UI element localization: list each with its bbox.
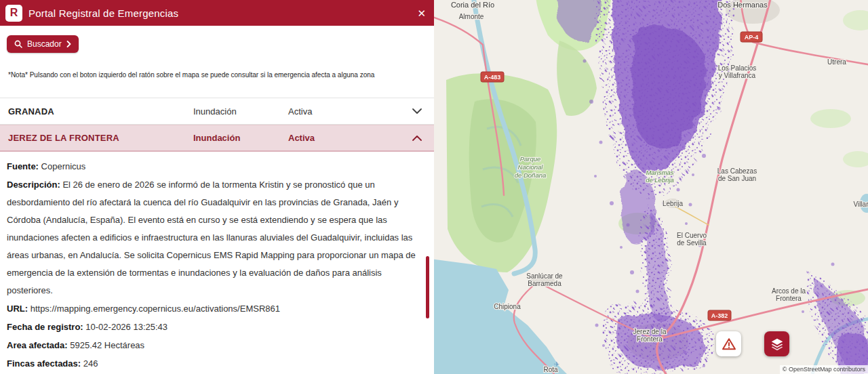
emergency-details: Fuente: Copernicus Descripción: El 26 de…: [0, 152, 434, 373]
warning-triangle-icon: [722, 337, 736, 351]
layers-icon: [770, 337, 785, 352]
emergency-list: GRANADA Inundación Activa JEREZ DE LA FR…: [0, 98, 434, 152]
detail-fincas: Fincas afectadas: 246: [7, 355, 425, 373]
road-shield-a483: A-483: [481, 72, 504, 82]
label-utrera: Utrera: [827, 58, 846, 66]
label-jerez: Frontera: [637, 335, 663, 343]
airport-icon: ✈: [554, 360, 559, 368]
emergency-row-granada[interactable]: GRANADA Inundación Activa: [0, 98, 434, 125]
chevron-down-icon: [411, 108, 423, 114]
label-sanlucar: Barrameda: [528, 280, 561, 287]
detail-label: Descripción:: [7, 180, 60, 190]
label-las-cabezas: de San Juan: [718, 175, 756, 182]
detail-label: Fincas afectadas:: [7, 358, 81, 369]
detail-value: 5925.42 Hectáreas: [70, 340, 144, 350]
layers-button[interactable]: [764, 331, 789, 356]
label-jerez: Jerez de la: [633, 328, 667, 335]
detail-fuente: Fuente: Copernicus: [7, 158, 425, 175]
label-donana: Nacional: [518, 163, 544, 171]
label-dos-hermanas: Dos Hermanas: [717, 1, 768, 9]
detail-label: Fuente:: [7, 161, 39, 171]
label-arcos: Frontera: [776, 295, 802, 302]
label-donana: Parque: [520, 155, 541, 163]
label-donana: de Doñana: [515, 171, 546, 179]
warning-button[interactable]: [716, 331, 741, 356]
detail-value: El 26 de enero de 2026 se informó de la …: [7, 180, 416, 295]
emergency-row-jerez[interactable]: JEREZ DE LA FRONTERA Inundación Activa: [0, 125, 434, 152]
search-icon: [14, 40, 22, 48]
road-shield-a382: A-382: [708, 310, 731, 320]
detail-fecha: Fecha de registro: 10-02-2026 13:25:43: [7, 318, 425, 336]
label-el-cuervo: de Sevilla: [677, 239, 707, 247]
emergency-panel: R Portal Registral de Emergencias ✕ Busc…: [0, 0, 434, 374]
search-button[interactable]: Buscador: [7, 35, 79, 53]
panel-header: R Portal Registral de Emergencias ✕: [0, 0, 434, 26]
label-los-palacios: y Villafranca: [719, 72, 756, 79]
label-el-cuervo: El Cuervo: [677, 232, 707, 239]
label-coria: Coria del Río: [451, 1, 494, 9]
detail-area: Area afectada: 5925.42 Hectáreas: [7, 337, 425, 354]
map-canvas: AP-4 A-483 A-382 Coria del Río Dos Herma…: [434, 0, 868, 374]
label-las-cabezas: Las Cabezas: [717, 167, 757, 175]
label-villamartin: Villam: [853, 201, 868, 208]
label-chipiona: Chipiona: [494, 303, 521, 310]
emergency-type: Inundación: [193, 133, 288, 143]
detail-value: 246: [83, 358, 98, 369]
note-text: *Nota* Pulsando con el boton izquierdo d…: [8, 71, 426, 79]
label-marismas: Marismas: [646, 169, 673, 176]
label-arcos: Arcos de la: [772, 287, 806, 295]
map-attribution[interactable]: © OpenStreetMap contributors: [780, 365, 868, 374]
emergency-name: GRANADA: [8, 106, 193, 117]
svg-text:A-483: A-483: [484, 74, 501, 81]
search-button-label: Buscador: [27, 39, 62, 49]
detail-label: Fecha de registro:: [7, 322, 83, 332]
svg-text:AP-4: AP-4: [745, 34, 759, 41]
scrollbar-thumb[interactable]: [426, 256, 429, 318]
chevron-up-icon: [411, 136, 423, 141]
detail-descripcion: Descripción: El 26 de enero de 2026 se i…: [7, 176, 425, 299]
registradores-logo-icon: R: [5, 5, 22, 22]
emergency-name: JEREZ DE LA FRONTERA: [8, 133, 193, 143]
detail-url: URL: https://mapping.emergency.copernicu…: [7, 300, 425, 318]
label-sanlucar: Sanlúcar de: [526, 272, 563, 280]
detail-label: URL:: [7, 304, 28, 314]
app-window: R Portal Registral de Emergencias ✕ Busc…: [0, 0, 868, 374]
road-shield-ap4: AP-4: [741, 32, 762, 42]
label-marismas: de Lebrija: [646, 176, 674, 184]
emergency-status: Activa: [288, 133, 411, 143]
emergency-status: Activa: [288, 106, 411, 117]
detail-url-value[interactable]: https://mapping.emergency.copernicus.eu/…: [31, 304, 280, 314]
detail-label: Area afectada:: [7, 340, 68, 350]
label-almonte: Almonte: [459, 13, 484, 20]
detail-value: 10-02-2026 13:25:43: [85, 322, 167, 332]
close-button[interactable]: ✕: [417, 8, 426, 18]
emergency-type: Inundación: [193, 106, 288, 117]
svg-text:A-382: A-382: [711, 312, 728, 319]
detail-value: Copernicus: [41, 161, 86, 171]
map[interactable]: AP-4 A-483 A-382 Coria del Río Dos Herma…: [434, 0, 868, 374]
logo-glyph: R: [10, 7, 18, 18]
panel-title: Portal Registral de Emergencias: [28, 7, 417, 19]
chevron-right-icon: [66, 41, 71, 47]
label-lebrija: Lebrija: [663, 200, 683, 207]
label-los-palacios: Los Palacios: [718, 64, 757, 72]
